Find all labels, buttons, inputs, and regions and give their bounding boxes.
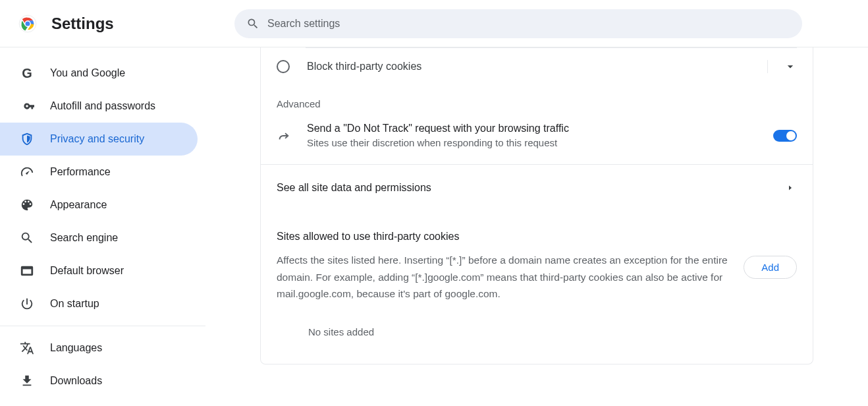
search-icon bbox=[20, 231, 34, 245]
sidebar-item-languages[interactable]: Languages bbox=[0, 332, 198, 364]
page-title: Settings bbox=[51, 14, 114, 33]
search-container[interactable] bbox=[234, 9, 802, 38]
allowed-description: Affects the sites listed here. Inserting… bbox=[277, 252, 744, 303]
sidebar-item-label: Appearance bbox=[50, 199, 107, 211]
sidebar-item-label: Languages bbox=[50, 342, 102, 354]
allowed-heading: Sites allowed to use third-party cookies bbox=[261, 211, 813, 246]
search-input[interactable] bbox=[267, 18, 790, 30]
header: Settings bbox=[0, 0, 868, 47]
chevron-down-icon[interactable] bbox=[767, 60, 797, 73]
sidebar-item-label: Search engine bbox=[50, 232, 118, 244]
google-g-icon: G bbox=[20, 66, 34, 80]
chrome-logo-icon bbox=[18, 14, 37, 33]
speedometer-icon bbox=[20, 165, 34, 179]
translate-icon bbox=[20, 341, 34, 355]
sidebar-item-appearance[interactable]: Appearance bbox=[0, 188, 198, 221]
power-icon bbox=[20, 297, 34, 311]
sidebar-item-label: Privacy and security bbox=[50, 133, 144, 145]
dnt-title: Send a "Do Not Track" request with your … bbox=[307, 123, 773, 134]
see-all-site-data-link[interactable]: See all site data and permissions bbox=[261, 165, 813, 211]
key-icon bbox=[20, 99, 34, 113]
option-label: Block third-party cookies bbox=[307, 61, 421, 72]
redirect-arrow-icon bbox=[277, 129, 291, 143]
advanced-heading: Advanced bbox=[261, 85, 813, 116]
sidebar-item-search-engine[interactable]: Search engine bbox=[0, 221, 198, 254]
sidebar-item-downloads[interactable]: Downloads bbox=[0, 364, 198, 397]
sidebar-item-label: Autofill and passwords bbox=[50, 100, 155, 112]
sidebar-item-label: On startup bbox=[50, 298, 99, 310]
chevron-right-icon bbox=[786, 183, 797, 193]
palette-icon bbox=[20, 198, 34, 212]
sidebar: G You and Google Autofill and passwords … bbox=[0, 47, 205, 406]
download-icon bbox=[20, 374, 34, 388]
sidebar-scroll[interactable]: G You and Google Autofill and passwords … bbox=[0, 47, 205, 406]
divider bbox=[0, 326, 205, 326]
dnt-row: Send a "Do Not Track" request with your … bbox=[261, 116, 813, 165]
dnt-toggle[interactable] bbox=[773, 130, 797, 142]
sidebar-item-autofill[interactable]: Autofill and passwords bbox=[0, 90, 198, 123]
shield-icon bbox=[20, 132, 34, 146]
settings-card: Block third-party cookies Advanced Send … bbox=[260, 47, 813, 364]
option-block-third-party[interactable]: Block third-party cookies bbox=[261, 48, 813, 85]
search-icon bbox=[246, 17, 259, 30]
sidebar-item-label: Default browser bbox=[50, 265, 124, 277]
browser-icon bbox=[20, 264, 34, 278]
no-sites-text: No sites added bbox=[261, 303, 813, 337]
sidebar-item-default-browser[interactable]: Default browser bbox=[0, 254, 198, 287]
sidebar-item-label: You and Google bbox=[50, 67, 125, 79]
main-scroll[interactable]: Block third-party cookies Advanced Send … bbox=[205, 47, 868, 406]
sidebar-item-you-and-google[interactable]: G You and Google bbox=[0, 57, 198, 90]
add-button[interactable]: Add bbox=[744, 256, 797, 279]
svg-rect-4 bbox=[22, 267, 33, 270]
link-label: See all site data and permissions bbox=[277, 182, 431, 194]
sidebar-item-on-startup[interactable]: On startup bbox=[0, 287, 198, 320]
dnt-subtitle: Sites use their discretion when respondi… bbox=[307, 137, 773, 148]
sidebar-item-label: Downloads bbox=[50, 375, 102, 387]
radio-icon[interactable] bbox=[277, 60, 290, 73]
sidebar-item-label: Performance bbox=[50, 166, 111, 178]
sidebar-item-privacy[interactable]: Privacy and security bbox=[0, 123, 198, 156]
sidebar-item-performance[interactable]: Performance bbox=[0, 156, 198, 188]
